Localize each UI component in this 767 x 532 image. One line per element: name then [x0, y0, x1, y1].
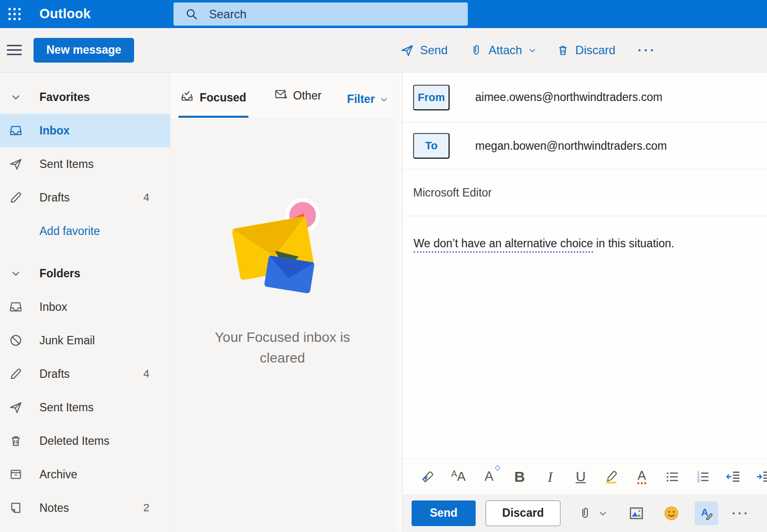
- sidebar-item-junk-email[interactable]: Junk Email: [0, 324, 170, 357]
- subject-field[interactable]: Microsoft Editor: [413, 186, 492, 200]
- attach-options-button[interactable]: [598, 508, 608, 518]
- bold-icon: B: [514, 468, 525, 485]
- unread-count: 2: [143, 501, 149, 514]
- chevron-down-icon: [380, 95, 388, 104]
- decrease-indent-icon: [726, 469, 741, 485]
- from-address[interactable]: aimee.owens@northwindtraders.com: [475, 91, 662, 104]
- formatting-toolbar: AA A◇ B I U A: [403, 458, 767, 495]
- sidebar-item-deleted-items[interactable]: Deleted Items: [0, 424, 170, 458]
- from-row: From aimee.owens@northwindtraders.com: [403, 72, 767, 123]
- search-bar[interactable]: [174, 2, 468, 26]
- emoji-icon: [663, 505, 680, 522]
- focused-inbox-icon: [180, 90, 194, 106]
- paperclip-icon: [470, 43, 483, 57]
- to-button[interactable]: To: [413, 133, 450, 159]
- sidebar-item-sent-items-favorite[interactable]: Sent Items: [0, 147, 170, 181]
- message-list-pane: Focused Other Filter: [170, 72, 394, 532]
- underline-icon: U: [576, 469, 586, 485]
- image-icon: [628, 505, 644, 521]
- command-bar: New message Send Attach Discard ···: [0, 28, 767, 72]
- compose-pane: From aimee.owens@northwindtraders.com To…: [402, 72, 767, 532]
- filter-button[interactable]: Filter: [347, 93, 388, 118]
- insert-emoji-button[interactable]: [663, 505, 680, 522]
- editor-suggestion-underline[interactable]: We don’t have an alternative choice: [414, 237, 593, 253]
- font-icon: AA: [451, 469, 465, 484]
- numbered-list-button[interactable]: 1 2 3: [688, 463, 718, 491]
- italic-icon: I: [548, 468, 553, 485]
- from-button[interactable]: From: [413, 85, 450, 110]
- search-icon: [185, 8, 198, 21]
- sidebar-item-sent-items[interactable]: Sent Items: [0, 391, 170, 424]
- chevron-down-icon: [598, 508, 608, 518]
- to-address[interactable]: megan.bowen@northwindtraders.com: [475, 139, 667, 153]
- highlight-button[interactable]: [596, 463, 627, 491]
- font-size-button[interactable]: A◇: [474, 463, 504, 491]
- unread-count: 4: [143, 367, 149, 380]
- add-favorite-link[interactable]: Add favorite: [0, 214, 170, 248]
- empty-inbox-message: Your Focused inbox is cleared: [204, 327, 361, 368]
- tab-focused[interactable]: Focused: [178, 90, 248, 118]
- subject-row[interactable]: Microsoft Editor: [403, 169, 767, 216]
- blocked-icon: [0, 333, 32, 347]
- app-title: Outlook: [39, 6, 91, 22]
- to-row: To megan.bowen@northwindtraders.com: [403, 123, 767, 169]
- chevron-down-icon: [0, 268, 32, 279]
- nav-toggle-button[interactable]: [0, 28, 29, 72]
- trash-icon: [557, 43, 569, 57]
- font-color-icon: A: [637, 469, 646, 484]
- hamburger-icon: [7, 45, 22, 46]
- bold-button[interactable]: B: [504, 463, 535, 491]
- note-icon: [0, 501, 32, 515]
- send-button[interactable]: Send: [412, 500, 476, 526]
- inbox-tabs: Focused Other Filter: [171, 72, 394, 118]
- attach-file-button[interactable]: [578, 506, 592, 521]
- font-button[interactable]: AA: [443, 463, 474, 491]
- new-message-button[interactable]: New message: [34, 38, 134, 63]
- sidebar-item-drafts[interactable]: Drafts 4: [0, 357, 170, 391]
- paperclip-icon: [578, 506, 592, 521]
- send-icon: [0, 400, 32, 414]
- bullet-list-button[interactable]: [657, 463, 688, 491]
- bullet-list-icon: [665, 469, 680, 484]
- inbox-icon: [0, 124, 32, 137]
- sidebar-item-inbox-favorite[interactable]: Inbox: [0, 114, 170, 147]
- increase-indent-button[interactable]: [749, 463, 767, 491]
- font-color-button[interactable]: A: [627, 463, 657, 491]
- sidebar-item-drafts-favorite[interactable]: Drafts 4: [0, 181, 170, 214]
- sidebar-item-inbox[interactable]: Inbox: [0, 290, 170, 324]
- increase-indent-icon: [756, 469, 767, 485]
- sidebar-item-archive[interactable]: Archive: [0, 458, 170, 491]
- more-options-button[interactable]: ···: [732, 506, 750, 520]
- empty-inbox-state: Your Focused inbox is cleared: [171, 118, 394, 532]
- message-body[interactable]: We don’t have an alternative choice in t…: [403, 216, 767, 458]
- send-command[interactable]: Send: [400, 43, 448, 57]
- more-commands-button[interactable]: ···: [637, 43, 656, 58]
- other-mail-icon: [274, 88, 287, 104]
- app-launcher-button[interactable]: [0, 0, 29, 28]
- decrease-indent-button[interactable]: [718, 463, 749, 491]
- discard-button[interactable]: Discard: [486, 500, 560, 526]
- insert-image-button[interactable]: [628, 505, 644, 521]
- app-header: Outlook: [0, 0, 767, 28]
- trash-icon: [0, 434, 32, 448]
- pane-divider: [394, 72, 402, 532]
- tab-other[interactable]: Other: [272, 88, 324, 118]
- format-painter-button[interactable]: [413, 463, 443, 491]
- chevron-down-icon: [528, 46, 537, 55]
- numbered-list-icon: 1 2 3: [696, 469, 710, 484]
- highlighter-icon: [603, 469, 619, 485]
- chevron-down-icon: [0, 92, 32, 102]
- favorites-section-header[interactable]: Favorites: [0, 80, 170, 114]
- italic-button[interactable]: I: [535, 463, 565, 491]
- attach-command[interactable]: Attach: [470, 43, 537, 57]
- search-input[interactable]: [209, 7, 436, 21]
- unread-count: 4: [143, 191, 149, 204]
- microsoft-editor-button[interactable]: A: [695, 501, 718, 525]
- svg-text:3: 3: [697, 478, 699, 483]
- underline-button[interactable]: U: [565, 463, 596, 491]
- font-size-icon: A◇: [485, 469, 493, 484]
- folders-section-header[interactable]: Folders: [0, 257, 170, 290]
- discard-command[interactable]: Discard: [557, 43, 615, 57]
- sidebar-item-notes[interactable]: Notes 2: [0, 491, 170, 525]
- body-text: in this situation.: [593, 237, 674, 250]
